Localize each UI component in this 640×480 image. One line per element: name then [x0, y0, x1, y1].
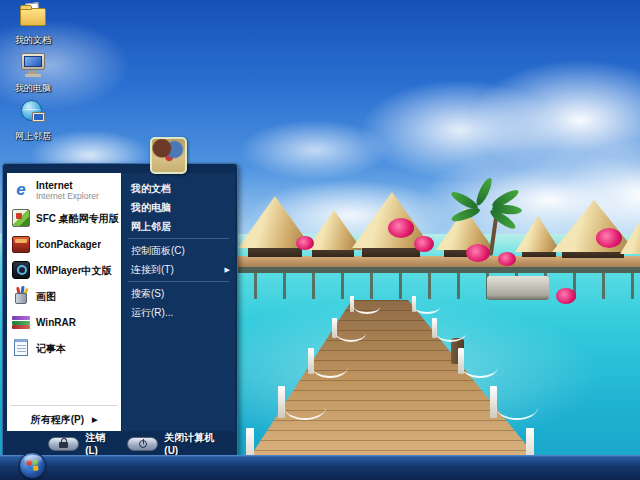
flower-cluster — [296, 236, 314, 250]
paint-cup-icon — [11, 286, 31, 306]
iconpackager-box-icon — [11, 234, 31, 254]
menu-item-label: 搜索(S) — [131, 287, 164, 301]
flower-cluster — [556, 288, 576, 304]
notepad-glyph — [14, 339, 28, 356]
taskbar: e » 恭喜您！桌酷主题... ◀ 18:30 星期六 — [0, 455, 640, 480]
sfc-zhuoku-app-icon — [11, 208, 31, 228]
kmp-glyph — [12, 261, 30, 279]
monitor-base — [25, 74, 41, 77]
start-menu-places-column: 我的文档 我的电脑 网上邻居 控制面板(C) 连接到(T) ▶ 搜索(S) 运行… — [122, 173, 235, 431]
desktop-icon-my-documents[interactable]: 我的文档 — [4, 2, 62, 47]
menu-item-sublabel: Internet Explorer — [36, 191, 99, 201]
railing-post — [490, 386, 497, 418]
desktop-icon-label: 网上邻居 — [4, 130, 62, 143]
power-bar — [143, 439, 145, 444]
books-glyph — [12, 316, 30, 329]
railing-rope — [496, 394, 538, 420]
desktop-icon-network-places[interactable]: 网上邻居 — [4, 98, 62, 143]
sfc-glyph — [12, 209, 30, 227]
menu-item-my-documents[interactable]: 我的文档 — [122, 179, 235, 198]
my-documents-folder-icon — [17, 2, 49, 32]
kmplayer-icon — [11, 260, 31, 280]
railing-rope — [284, 394, 326, 420]
all-programs-button[interactable]: 所有程序(P) ▶ — [7, 409, 121, 431]
railing-rope — [462, 356, 498, 378]
desktop-icon-label: 我的文档 — [4, 34, 62, 47]
flower-cluster — [414, 236, 434, 252]
flower-cluster — [388, 218, 414, 238]
folder-tab — [20, 5, 32, 10]
turn-off-computer-label[interactable]: 关闭计算机(U) — [164, 431, 227, 456]
flower-cluster — [498, 252, 516, 266]
menu-item-notepad[interactable]: 记事本 — [7, 335, 121, 361]
menu-item-kmplayer[interactable]: KMPlayer中文版 — [7, 257, 121, 283]
bungalow-stilts — [228, 273, 640, 299]
menu-item-iconpackager[interactable]: IconPackager — [7, 231, 121, 257]
menu-item-label: IconPackager — [36, 239, 101, 250]
monitor-screen — [24, 56, 42, 67]
menu-item-my-computer[interactable]: 我的电脑 — [122, 198, 235, 217]
log-off-label[interactable]: 注销(L) — [85, 431, 117, 456]
submenu-arrow-icon: ▶ — [225, 266, 230, 274]
network-places-globe-icon — [17, 98, 49, 128]
railing-post — [278, 386, 285, 418]
menu-separator — [128, 238, 229, 239]
menu-item-sfc-zhuoku[interactable]: SFC 桌酷网专用版 — [7, 205, 121, 231]
start-button[interactable] — [19, 452, 46, 479]
menu-separator — [11, 405, 117, 406]
notepad-icon — [11, 338, 31, 358]
railing-rope — [336, 324, 366, 342]
menu-item-label: 连接到(T) — [131, 263, 174, 277]
menu-item-network-places[interactable]: 网上邻居 — [122, 217, 235, 236]
power-icon — [139, 440, 147, 448]
menu-item-label: 我的文档 — [131, 182, 171, 196]
user-avatar-picture[interactable] — [150, 137, 187, 174]
start-menu-columns: e Internet Internet Explorer SFC 桌酷网专用版 … — [7, 173, 235, 431]
orb-gloss — [24, 455, 42, 464]
menu-item-label: 运行(R)... — [131, 306, 173, 320]
paint-cup — [15, 293, 27, 304]
menu-item-label: Internet — [36, 180, 99, 191]
my-computer-icon — [17, 50, 49, 80]
menu-item-control-panel[interactable]: 控制面板(C) — [122, 241, 235, 260]
menu-item-run[interactable]: 运行(R)... — [122, 303, 235, 322]
menu-separator — [128, 281, 229, 282]
menu-item-label: KMPlayer中文版 — [36, 265, 112, 276]
menu-item-internet[interactable]: e Internet Internet Explorer — [7, 175, 121, 205]
winrar-books-icon — [11, 312, 31, 332]
flower-cluster — [466, 244, 490, 262]
ie-e-glyph: e — [11, 180, 31, 200]
turn-off-computer-button[interactable] — [127, 437, 158, 451]
menu-item-paint[interactable]: 画图 — [7, 283, 121, 309]
desktop-icon-label: 我的电脑 — [4, 82, 62, 95]
desktop-icon-my-computer[interactable]: 我的电脑 — [4, 50, 62, 95]
menu-item-label: 网上邻居 — [131, 220, 171, 234]
menu-item-label: 画图 — [36, 291, 56, 302]
lock-shackle — [61, 438, 67, 443]
menu-item-label: 记事本 — [36, 343, 66, 354]
menu-item-label: 我的电脑 — [131, 201, 171, 215]
internet-explorer-icon: e — [11, 180, 31, 200]
all-programs-label: 所有程序(P) — [31, 413, 84, 427]
lock-icon — [59, 442, 68, 448]
menu-item-label: SFC 桌酷网专用版 — [36, 213, 119, 224]
railing-rope — [414, 300, 440, 314]
menu-item-winrar[interactable]: WinRAR — [7, 309, 121, 335]
railing-rope — [436, 324, 466, 342]
start-menu-pinned-column: e Internet Internet Explorer SFC 桌酷网专用版 … — [7, 173, 121, 431]
start-menu: e Internet Internet Explorer SFC 桌酷网专用版 … — [2, 163, 238, 455]
mini-screen-display — [34, 114, 43, 120]
menu-item-label: 控制面板(C) — [131, 244, 185, 258]
menu-item-search[interactable]: 搜索(S) — [122, 284, 235, 303]
menu-item-label: WinRAR — [36, 317, 76, 328]
gray-pontoon-dock — [487, 276, 549, 300]
flower-cluster — [596, 228, 622, 248]
railing-rope — [312, 356, 348, 378]
box-glyph — [12, 236, 30, 253]
railing-rope — [354, 300, 380, 314]
menu-item-connect-to[interactable]: 连接到(T) ▶ — [122, 260, 235, 279]
log-off-button[interactable] — [48, 437, 79, 451]
folder-body — [20, 8, 46, 26]
railing-post — [350, 296, 354, 312]
all-programs-arrow-icon: ▶ — [92, 416, 97, 424]
